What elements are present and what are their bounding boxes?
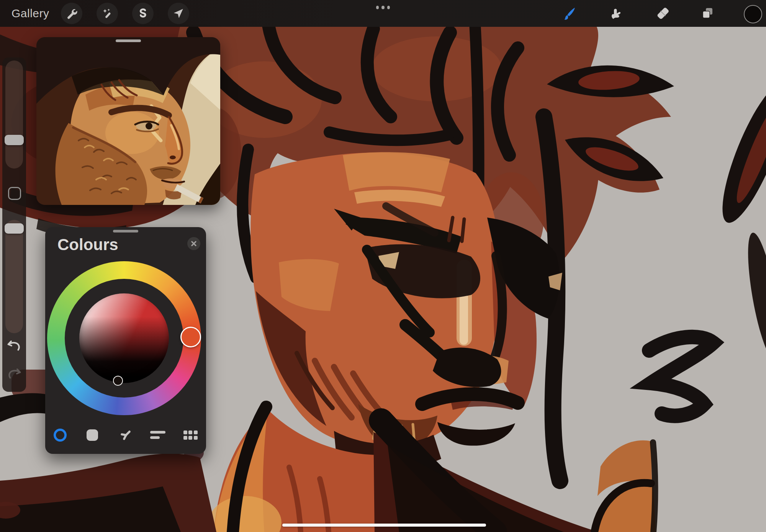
reference-image <box>36 37 220 205</box>
more-options-button[interactable] <box>374 5 392 9</box>
selection-button[interactable] <box>132 3 154 24</box>
reference-window[interactable] <box>36 37 220 205</box>
colours-panel: Colours <box>45 227 206 454</box>
magic-wand-icon <box>101 8 113 19</box>
modify-button[interactable] <box>8 187 21 200</box>
rounded-square-icon <box>87 429 98 441</box>
redo-button[interactable] <box>6 366 23 383</box>
paintbrush-icon <box>561 6 578 23</box>
value-lines-icon <box>150 431 165 439</box>
gallery-button[interactable]: Gallery <box>11 0 49 27</box>
harmony-branches-icon <box>118 428 133 442</box>
home-indicator[interactable] <box>282 524 486 527</box>
adjustments-button[interactable] <box>97 3 118 24</box>
opacity-knob[interactable] <box>5 223 24 234</box>
close-button[interactable] <box>187 237 200 250</box>
drag-handle[interactable] <box>113 230 138 232</box>
drag-handle[interactable] <box>116 39 141 42</box>
smudge-tool-button[interactable] <box>607 6 624 23</box>
saturation-brightness-disc[interactable] <box>79 293 169 383</box>
mode-classic-button[interactable] <box>84 427 101 444</box>
mode-disc-button[interactable] <box>52 427 69 444</box>
undo-arrow-icon <box>6 338 23 355</box>
layers-button[interactable] <box>699 6 716 23</box>
mode-value-button[interactable] <box>149 427 166 444</box>
transform-button[interactable] <box>168 3 189 24</box>
actions-button[interactable] <box>61 3 82 24</box>
close-icon <box>191 241 197 247</box>
paint-tool-button[interactable] <box>561 6 578 23</box>
panel-title: Colours <box>57 236 118 254</box>
mode-harmony-button[interactable] <box>117 427 134 444</box>
selection-s-icon <box>137 8 149 19</box>
layers-icon <box>699 6 716 23</box>
ring-icon <box>54 429 67 442</box>
brush-size-slider[interactable] <box>5 61 23 169</box>
saturation-brightness-knob[interactable] <box>113 376 123 386</box>
procreate-app: Gallery <box>0 0 766 532</box>
top-toolbar: Gallery <box>0 0 766 27</box>
undo-button[interactable] <box>6 338 23 355</box>
mode-palettes-button[interactable] <box>182 427 199 444</box>
eraser-tool-button[interactable] <box>654 6 671 23</box>
color-swatch-button[interactable] <box>744 5 762 23</box>
wrench-icon <box>66 8 77 19</box>
hue-knob[interactable] <box>180 327 201 347</box>
smudge-finger-icon <box>607 6 624 23</box>
opacity-slider[interactable] <box>5 220 23 333</box>
eraser-icon <box>654 6 671 23</box>
palette-grid-icon <box>183 431 198 440</box>
transform-arrow-icon <box>173 8 184 19</box>
redo-arrow-icon <box>6 366 23 383</box>
brush-size-knob[interactable] <box>5 135 24 145</box>
